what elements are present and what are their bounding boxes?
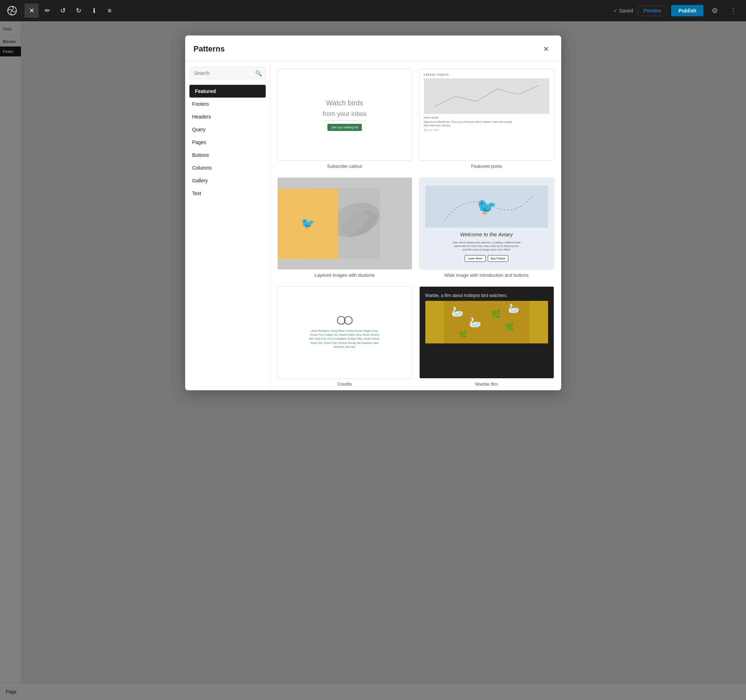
credits-preview: Jesús Rodríguez, Doug Stilton, Emery Dri… <box>278 287 412 378</box>
patterns-modal: Patterns ✕ 🔍 Featured Footers Headers Qu… <box>185 36 561 390</box>
svg-text:🦢: 🦢 <box>451 306 464 318</box>
warble-film-title: Warble, a film about hobbyist bird watch… <box>425 292 548 298</box>
pattern-label-subscribe: Subscribe callout <box>277 161 412 170</box>
fp-post-body: Welcome to WordPress. This is your first… <box>424 120 549 124</box>
svg-text:🦢: 🦢 <box>469 316 481 328</box>
aviary-buy-tickets-btn[interactable]: Buy Tickets <box>488 255 509 262</box>
subscribe-from-inbox: from your inbox <box>322 110 367 118</box>
layered-preview: 🐦 <box>278 178 412 269</box>
pattern-card-subscribe[interactable]: Watch birds from your inbox Join our mai… <box>277 68 412 170</box>
saved-status: ✓ Saved <box>613 8 633 14</box>
nav-item-pages[interactable]: Pages <box>185 136 270 149</box>
subscribe-watch-birds: Watch birds <box>326 98 363 107</box>
warble-image-area: 🦢 🦢 🌿 🌿 🌿 🦢 <box>425 301 548 343</box>
fp-image-area <box>424 78 549 114</box>
preview-button[interactable]: Preview <box>638 5 667 16</box>
aviary-bird-area: 🐦 <box>425 185 548 228</box>
nav-item-featured[interactable]: Featured <box>190 85 266 98</box>
pattern-card-warble[interactable]: Warble, a film about hobbyist bird watch… <box>419 286 554 388</box>
more-options-button[interactable]: ⋮ <box>726 3 740 18</box>
aviary-title: Welcome to the Aviary <box>460 231 513 237</box>
aviary-buttons: Learn More Buy Tickets <box>465 255 509 262</box>
fp-latest-posts-title: LATEST POSTS <box>424 73 549 76</box>
nav-item-text[interactable]: Text <box>185 187 270 200</box>
search-box: 🔍 <box>190 67 266 79</box>
pattern-card-credits[interactable]: Jesús Rodríguez, Doug Stilton, Emery Dri… <box>277 286 412 388</box>
credits-circle-2 <box>344 316 353 325</box>
modal-close-button[interactable]: ✕ <box>540 42 553 55</box>
pattern-preview-subscribe: Watch birds from your inbox Join our mai… <box>277 68 412 161</box>
credits-circles <box>337 316 353 325</box>
subscribe-preview: Watch birds from your inbox Join our mai… <box>278 69 412 160</box>
nav-item-gallery[interactable]: Gallery <box>185 174 270 187</box>
nav-item-footers[interactable]: Footers <box>185 98 270 110</box>
pattern-label-credits: Credits <box>277 379 412 388</box>
patterns-grid: Watch birds from your inbox Join our mai… <box>277 68 554 388</box>
warble-title-rest: , a film about hobbyist bird watchers. <box>438 293 508 298</box>
nav-item-query[interactable]: Query <box>185 123 270 136</box>
top-bar-right: ✓ Saved Preview Publish ⚙ ⋮ <box>613 3 740 18</box>
undo-button[interactable]: ↺ <box>56 3 70 18</box>
wordpress-logo[interactable] <box>6 4 18 17</box>
patterns-content: Watch birds from your inbox Join our mai… <box>270 62 561 390</box>
pattern-card-wide-image[interactable]: 🐦 Welcome to the Aviary A film about hob… <box>419 178 554 279</box>
close-button[interactable]: ✕ <box>24 3 39 18</box>
modal-header: Patterns ✕ <box>185 36 561 62</box>
fp-post-date: May 10, 2022 <box>424 129 549 131</box>
pattern-label-layered: Layered images with duotone <box>277 269 412 279</box>
pattern-label-wide-image: Wide image with introduction and buttons <box>419 269 554 279</box>
editor-actions: ✕ ✏ ↺ ↻ ℹ ≡ <box>24 3 117 18</box>
pattern-card-featured-posts[interactable]: LATEST POSTS Hello world! Welcome to Wor… <box>419 68 554 170</box>
modal-title: Patterns <box>194 44 225 54</box>
list-view-button[interactable]: ≡ <box>102 3 117 18</box>
fp-post-title: Hello world! <box>424 116 549 119</box>
pattern-card-layered[interactable]: 🐦 Layered images with duotone <box>277 178 412 279</box>
info-button[interactable]: ℹ <box>87 3 101 18</box>
modal-sidebar-nav: 🔍 Featured Footers Headers Query Pages B… <box>185 62 270 390</box>
edit-button[interactable]: ✏ <box>40 3 54 18</box>
redo-button[interactable]: ↻ <box>71 3 86 18</box>
layered-bird-icon: 🐦 <box>301 217 315 230</box>
modal-overlay: Patterns ✕ 🔍 Featured Footers Headers Qu… <box>0 21 746 700</box>
pattern-preview-warble: Warble, a film about hobbyist bird watch… <box>419 286 554 379</box>
subscribe-button: Join our mailing list <box>328 124 362 131</box>
top-bar: ✕ ✏ ↺ ↻ ℹ ≡ ✓ Saved Preview Publish ⚙ ⋮ <box>0 0 746 21</box>
pattern-preview-layered: 🐦 <box>277 178 412 269</box>
search-input[interactable] <box>190 67 266 79</box>
warble-preview: Warble, a film about hobbyist bird watch… <box>420 287 554 378</box>
pattern-label-featured-posts: Featured posts <box>419 161 554 170</box>
wide-image-preview: 🐦 Welcome to the Aviary A film about hob… <box>420 178 554 269</box>
subscribe-divider-line <box>323 120 366 121</box>
svg-rect-1 <box>424 78 549 114</box>
search-icon: 🔍 <box>255 70 262 77</box>
svg-text:🌿: 🌿 <box>490 309 501 319</box>
credits-names: Jesús Rodríguez, Doug Stilton, Emery Dri… <box>309 329 380 349</box>
aviary-description: A film about hobbyist bird watchers, a c… <box>451 241 522 251</box>
svg-text:🦢: 🦢 <box>508 303 520 314</box>
pattern-preview-featured-posts: LATEST POSTS Hello world! Welcome to Wor… <box>419 68 554 161</box>
modal-body: 🔍 Featured Footers Headers Query Pages B… <box>185 62 561 390</box>
svg-text:🌿: 🌿 <box>458 330 467 338</box>
pattern-label-warble: Warble film <box>419 379 554 388</box>
pattern-preview-wide-image: 🐦 Welcome to the Aviary A film about hob… <box>419 178 554 269</box>
nav-item-headers[interactable]: Headers <box>185 110 270 123</box>
featured-posts-preview: LATEST POSTS Hello world! Welcome to Wor… <box>420 69 554 160</box>
divider <box>21 5 22 16</box>
aviary-learn-more-btn[interactable]: Learn More <box>465 255 486 262</box>
fp-read-more: Add 'read more' link text <box>424 124 549 127</box>
nav-item-columns[interactable]: Columns <box>185 161 270 174</box>
pattern-preview-credits: Jesús Rodríguez, Doug Stilton, Emery Dri… <box>277 286 412 379</box>
svg-text:🌿: 🌿 <box>504 322 514 331</box>
publish-button[interactable]: Publish <box>671 5 704 16</box>
nav-item-buttons[interactable]: Buttons <box>185 149 270 161</box>
layered-yellow-box: 🐦 <box>278 188 338 259</box>
warble-title-italic: Warble <box>425 293 439 298</box>
settings-button[interactable]: ⚙ <box>708 3 722 18</box>
